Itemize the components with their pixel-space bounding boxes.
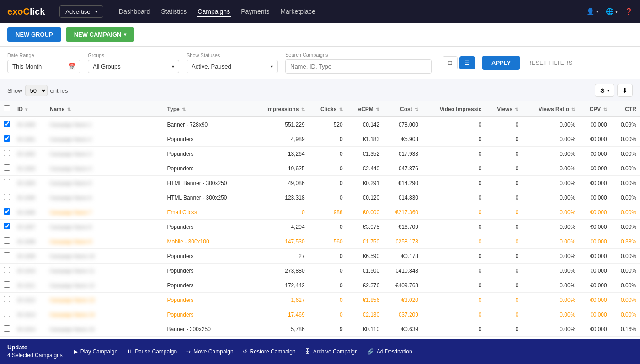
col-ctr[interactable]: CTR xyxy=(611,101,640,117)
row-checkbox[interactable] xyxy=(4,237,10,244)
col-cpv[interactable]: CPV ⇅ xyxy=(579,101,610,117)
row-name: Campaign Name 2 xyxy=(46,132,164,147)
row-views: 0 xyxy=(485,293,522,307)
advertiser-button[interactable]: Advertiser ▾ xyxy=(59,5,103,18)
new-group-button[interactable]: NEW GROUP xyxy=(7,27,61,42)
col-name[interactable]: Name ⇅ xyxy=(46,101,164,117)
columns-settings-button[interactable]: ⚙ ▾ xyxy=(595,84,614,97)
user-menu-button[interactable]: 👤 ▾ xyxy=(587,8,598,15)
show-statuses-value: Active, Paused xyxy=(192,63,231,70)
row-cost: €47.876 xyxy=(383,161,422,176)
row-type: Popunders xyxy=(164,220,250,234)
row-checkbox-cell[interactable] xyxy=(0,190,14,205)
row-checkbox[interactable] xyxy=(4,135,10,142)
row-type: Popunders xyxy=(164,147,250,161)
reset-filters-button[interactable]: RESET FILTERS xyxy=(527,59,572,66)
pause-campaign-button[interactable]: ⏸ Pause Campaign xyxy=(127,348,177,352)
row-name: Campaign Name 15 xyxy=(46,322,164,337)
row-checkbox-cell[interactable] xyxy=(0,132,14,147)
col-impressions[interactable]: Impressions ⇅ xyxy=(250,101,308,117)
row-cost: €16.709 xyxy=(383,220,422,234)
language-button[interactable]: 🌐 ▾ xyxy=(606,8,618,15)
row-views: 0 xyxy=(485,176,522,190)
row-checkbox-cell[interactable] xyxy=(0,322,14,337)
show-statuses-select[interactable]: Active, Paused ▾ xyxy=(187,60,278,73)
row-checkbox[interactable] xyxy=(4,208,10,215)
row-ecpm: €1.500 xyxy=(347,264,383,278)
nav-dashboard[interactable]: Dashboard xyxy=(118,6,151,17)
col-views-ratio[interactable]: Views Ratio ⇅ xyxy=(522,101,579,117)
row-ecpm: €2.376 xyxy=(347,278,383,293)
download-button[interactable]: ⬇ xyxy=(617,84,633,97)
row-checkbox-cell[interactable] xyxy=(0,264,14,278)
row-checkbox[interactable] xyxy=(4,194,10,200)
date-range-select[interactable]: This Month 📅 xyxy=(7,60,80,73)
table-row: ID-1005 Campaign Name 6 HTML Banner - 30… xyxy=(0,190,640,205)
row-checkbox[interactable] xyxy=(4,311,10,317)
groups-select[interactable]: All Groups ▾ xyxy=(88,60,179,73)
row-checkbox-cell[interactable] xyxy=(0,293,14,307)
row-video: 0 xyxy=(422,161,485,176)
row-checkbox[interactable] xyxy=(4,296,10,302)
row-checkbox[interactable] xyxy=(4,252,10,258)
ad-destination-button[interactable]: 🔗 Ad Destination xyxy=(367,348,412,352)
select-all-checkbox[interactable] xyxy=(4,105,10,111)
col-video[interactable]: Video Impressic xyxy=(422,101,485,117)
nav-payments[interactable]: Payments xyxy=(240,6,270,17)
row-video: 0 xyxy=(422,176,485,190)
row-impressions: 273,880 xyxy=(250,264,308,278)
row-checkbox-cell[interactable] xyxy=(0,147,14,161)
show-entries-select[interactable]: 50 xyxy=(25,85,48,96)
col-cost[interactable]: Cost ⇅ xyxy=(383,101,422,117)
col-clicks[interactable]: Clicks ⇅ xyxy=(309,101,347,117)
row-id: ID-1005 xyxy=(14,190,46,205)
table-body: ID-1000 Campaign Name 1 Banner - 728x90 … xyxy=(0,117,640,351)
row-id: ID-1001 xyxy=(14,132,46,147)
archive-campaign-button[interactable]: 🗄 Archive Campaign xyxy=(305,348,358,352)
row-checkbox-cell[interactable] xyxy=(0,307,14,322)
row-checkbox-cell[interactable] xyxy=(0,220,14,234)
table-row: ID-1008 Campaign Name 9 Mobile - 300x100… xyxy=(0,234,640,249)
row-checkbox[interactable] xyxy=(4,267,10,273)
list-view-button[interactable]: ⊟ xyxy=(443,56,458,69)
row-checkbox[interactable] xyxy=(4,179,10,185)
row-clicks: 9 xyxy=(309,322,347,337)
row-checkbox[interactable] xyxy=(4,223,10,229)
col-ecpm[interactable]: eCPM ⇅ xyxy=(347,101,383,117)
row-checkbox[interactable] xyxy=(4,281,10,288)
row-checkbox-cell[interactable] xyxy=(0,205,14,220)
row-checkbox-cell[interactable] xyxy=(0,117,14,132)
apply-button[interactable]: APPLY xyxy=(482,56,520,70)
row-checkbox-cell[interactable] xyxy=(0,161,14,176)
nav-marketplace[interactable]: Marketplace xyxy=(279,6,316,17)
row-checkbox-cell[interactable] xyxy=(0,176,14,190)
col-views[interactable]: Views ⇅ xyxy=(485,101,522,117)
search-input[interactable] xyxy=(285,59,432,74)
row-checkbox[interactable] xyxy=(4,121,10,127)
row-name: Campaign Name 1 xyxy=(46,117,164,132)
row-checkbox-cell[interactable] xyxy=(0,249,14,264)
restore-campaign-button[interactable]: ↺ Restore Campaign xyxy=(243,348,296,352)
select-all-header[interactable] xyxy=(0,101,14,117)
play-campaign-button[interactable]: ▶ Play Campaign xyxy=(74,348,117,352)
grid-view-button[interactable]: ☰ xyxy=(459,56,475,69)
row-ecpm: €0.000 xyxy=(347,205,383,220)
new-campaign-button[interactable]: NEW CAMPAIGN ▾ xyxy=(66,27,135,42)
row-views: 0 xyxy=(485,264,522,278)
col-type[interactable]: Type ⇅ xyxy=(164,101,250,117)
table-controls: Show 50 entries ⚙ ▾ ⬇ xyxy=(0,79,640,101)
row-checkbox-cell[interactable] xyxy=(0,234,14,249)
play-icon: ▶ xyxy=(74,348,78,352)
row-clicks: 0 xyxy=(309,176,347,190)
move-campaign-button[interactable]: ⇢ Move Campaign xyxy=(186,348,233,352)
row-checkbox[interactable] xyxy=(4,164,10,171)
row-cost: €0.639 xyxy=(383,322,422,337)
row-checkbox[interactable] xyxy=(4,325,10,332)
help-button[interactable]: ❓ xyxy=(625,8,633,15)
row-checkbox[interactable] xyxy=(4,150,10,156)
row-checkbox-cell[interactable] xyxy=(0,278,14,293)
nav-campaigns[interactable]: Campaigns xyxy=(197,6,231,17)
row-impressions: 172,442 xyxy=(250,278,308,293)
col-id[interactable]: ID ▾ xyxy=(14,101,46,117)
nav-statistics[interactable]: Statistics xyxy=(160,6,187,17)
